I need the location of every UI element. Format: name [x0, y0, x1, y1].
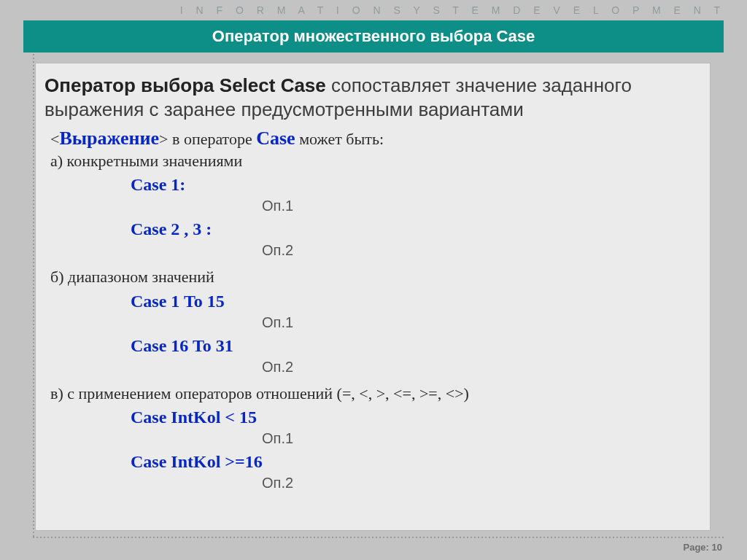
- op-c2: Оп.2: [262, 474, 697, 492]
- intro-paragraph: Оператор выбора Select Case сопоставляет…: [36, 63, 710, 122]
- gt: >: [159, 130, 168, 148]
- expr-line: <Выражение> в операторе Case может быть:: [50, 127, 697, 151]
- op-b1: Оп.1: [262, 314, 697, 332]
- body: <Выражение> в операторе Case может быть:…: [36, 122, 710, 492]
- case-word: Case: [256, 128, 295, 149]
- section-b-label: б) диапазоном значений: [50, 267, 697, 287]
- section-c-label: в) с применением операторов отношений (=…: [50, 384, 697, 404]
- op-b2: Оп.2: [262, 358, 697, 376]
- banner-text: I N F O R M A T I O N S Y S T E M D E V …: [0, 0, 747, 20]
- case-b2: Case 16 To 31: [131, 335, 697, 357]
- slide: I N F O R M A T I O N S Y S T E M D E V …: [0, 0, 747, 560]
- case-c2: Case IntKol >=16: [131, 451, 697, 472]
- page-label: Page:: [684, 542, 709, 553]
- intro-bold: Оператор выбора Select Case: [44, 74, 326, 96]
- page-number: 10: [712, 542, 722, 553]
- content-panel: Оператор выбора Select Case сопоставляет…: [35, 63, 711, 531]
- op-a2: Оп.2: [262, 241, 697, 260]
- case-b1: Case 1 To 15: [131, 290, 697, 312]
- bottom-rule: [33, 537, 724, 538]
- slide-title: Оператор множественного выбора Case: [23, 20, 724, 52]
- page-footer: Page: 10: [684, 542, 723, 553]
- expr-mid: в операторе: [169, 130, 257, 148]
- expr-tail: может быть:: [295, 130, 384, 148]
- op-c1: Оп.1: [262, 429, 697, 448]
- left-rule: [33, 54, 34, 537]
- lt: <: [50, 130, 59, 148]
- expr-word: Выражение: [59, 128, 159, 149]
- op-a1: Оп.1: [262, 197, 697, 215]
- case-a2: Case 2 , 3 :: [131, 218, 697, 240]
- case-c1: Case IntKol < 15: [131, 406, 697, 428]
- case-a1: Case 1:: [131, 174, 697, 195]
- section-a-label: а) конкретными значениями: [50, 151, 697, 171]
